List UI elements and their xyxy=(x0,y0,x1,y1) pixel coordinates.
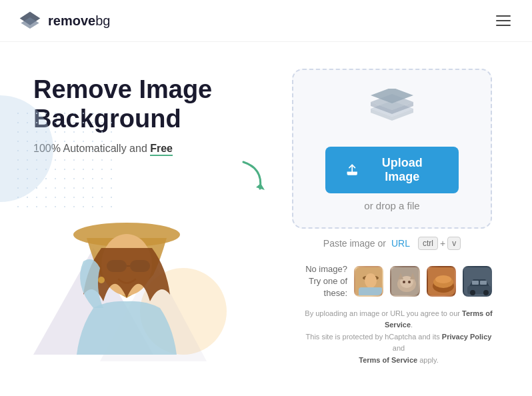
sample-thumb-1[interactable] xyxy=(354,266,383,297)
no-image-text: No image? Try one of these: xyxy=(285,263,347,300)
free-link[interactable]: Free xyxy=(150,143,173,156)
svg-point-36 xyxy=(483,290,489,295)
svg-point-18 xyxy=(365,273,377,288)
svg-point-35 xyxy=(470,290,475,295)
logo[interactable]: removebg xyxy=(19,9,110,32)
main-content: Remove Image Background 100% Automatical… xyxy=(0,42,532,380)
svg-point-25 xyxy=(403,281,405,283)
sample-thumb-3[interactable] xyxy=(427,266,456,297)
privacy-link[interactable]: Privacy Policy xyxy=(442,333,492,341)
sample-thumb-4[interactable] xyxy=(463,266,492,297)
tos-link-2[interactable]: Terms of Service xyxy=(359,356,417,364)
logo-icon xyxy=(19,9,41,32)
legal-text: By uploading an image or URL you agree t… xyxy=(299,308,499,367)
svg-point-26 xyxy=(408,281,411,283)
upload-icon xyxy=(345,163,359,177)
svg-point-30 xyxy=(435,275,451,283)
keyboard-shortcut: ctrl + v xyxy=(418,237,461,250)
person-illustration xyxy=(47,175,207,355)
svg-rect-33 xyxy=(472,281,479,285)
paste-area: Paste image or URL ctrl + v xyxy=(323,237,461,250)
svg-rect-34 xyxy=(480,281,487,285)
arrow-decoration xyxy=(237,155,277,198)
drop-text: or drop a file xyxy=(364,200,419,211)
right-section: Upload Image or drop a file Paste image … xyxy=(285,69,499,367)
url-link[interactable]: URL xyxy=(391,238,410,249)
samples-row: No image? Try one of these: xyxy=(285,263,499,300)
left-section: Remove Image Background 100% Automatical… xyxy=(33,69,265,355)
logo-text: removebg xyxy=(48,13,110,29)
upload-card: Upload Image or drop a file xyxy=(292,69,492,229)
upload-button[interactable]: Upload Image xyxy=(325,147,459,193)
sample-thumb-2[interactable] xyxy=(390,266,419,297)
svg-point-8 xyxy=(98,277,105,283)
layers-icon xyxy=(365,89,419,135)
header: removebg xyxy=(0,0,532,42)
tos-link-1[interactable]: Terms of Service xyxy=(385,309,493,329)
hamburger-menu[interactable] xyxy=(493,13,513,29)
svg-rect-19 xyxy=(359,287,383,297)
